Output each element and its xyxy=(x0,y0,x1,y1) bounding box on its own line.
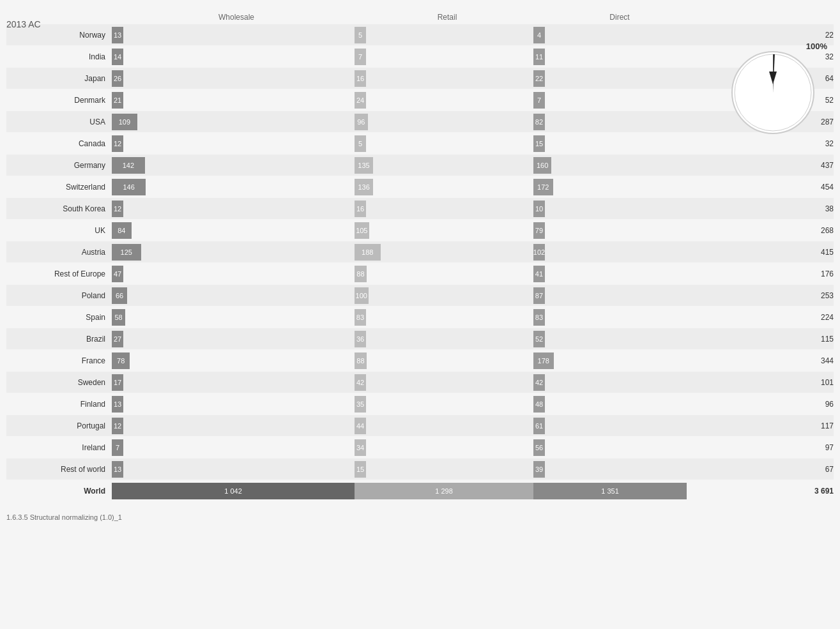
retail-bar: 35 xyxy=(355,396,366,413)
table-row: Canada 12 5 15 32 xyxy=(6,133,834,154)
retail-bar: 24 xyxy=(355,92,366,109)
bars-area: 17 42 42 xyxy=(112,372,798,393)
table-row: World 1 042 1 298 1 351 3 691 xyxy=(6,480,834,501)
bars-area: 12 16 10 xyxy=(112,198,798,219)
wholesale-bar: 21 xyxy=(112,92,123,109)
direct-bar: 11 xyxy=(533,49,545,65)
bars-area: 13 15 39 xyxy=(112,458,798,480)
bars-area: 109 96 82 xyxy=(112,111,798,132)
table-row: Sweden 17 42 42 101 xyxy=(6,372,834,393)
row-total: 268 xyxy=(798,226,834,235)
direct-bar: 7 xyxy=(533,92,545,109)
direct-bar: 15 xyxy=(533,135,545,152)
bars-area: 47 88 41 xyxy=(112,263,798,284)
direct-bar: 79 xyxy=(533,222,545,239)
row-total: 115 xyxy=(798,335,834,344)
retail-bar: 96 xyxy=(355,114,368,130)
bars-area: 142 135 160 xyxy=(112,155,798,176)
wholesale-bar: 17 xyxy=(112,374,123,391)
retail-bar: 15 xyxy=(355,461,366,478)
wholesale-bar: 27 xyxy=(112,331,123,347)
bars-area: 12 5 15 xyxy=(112,133,798,154)
table-row: Japan 26 16 22 64 xyxy=(6,68,834,89)
row-total: 415 xyxy=(798,248,834,257)
pie-chart: 100% xyxy=(731,38,827,134)
table-row: Spain 58 83 83 224 xyxy=(6,307,834,328)
row-label: Germany xyxy=(6,161,112,170)
row-label: Switzerland xyxy=(6,183,112,192)
row-label: Canada xyxy=(6,139,112,148)
retail-bar: 136 xyxy=(355,179,373,195)
table-row: Germany 142 135 160 437 xyxy=(6,155,834,176)
table-row: Finland 13 35 48 96 xyxy=(6,393,834,414)
direct-bar: 4 xyxy=(533,27,545,43)
retail-bar: 5 xyxy=(355,27,366,43)
table-row: Rest of Europe 47 88 41 176 xyxy=(6,263,834,284)
row-total: 96 xyxy=(798,400,834,409)
bars-area: 146 136 172 xyxy=(112,176,798,197)
bars-area: 27 36 52 xyxy=(112,328,798,349)
direct-bar: 48 xyxy=(533,396,545,413)
data-rows: Norway 13 5 4 22 India 14 7 xyxy=(6,24,834,501)
column-headers: Wholesale Retail Direct xyxy=(6,13,834,22)
bars-area: 21 24 7 xyxy=(112,89,798,110)
pie-label: 100% xyxy=(806,42,827,51)
row-label: Finland xyxy=(6,400,112,409)
table-row: Switzerland 146 136 172 454 xyxy=(6,176,834,197)
row-label: Brazil xyxy=(6,335,112,344)
wholesale-bar: 13 xyxy=(112,396,123,413)
retail-bar: 88 xyxy=(355,266,367,282)
row-label: Denmark xyxy=(6,96,112,105)
wholesale-bar: 12 xyxy=(112,135,123,152)
row-label: UK xyxy=(6,226,112,235)
table-row: Norway 13 5 4 22 xyxy=(6,24,834,45)
wholesale-bar: 66 xyxy=(112,287,127,304)
table-row: USA 109 96 82 287 xyxy=(6,111,834,132)
bars-area: 7 34 56 xyxy=(112,437,798,458)
retail-bar: 5 xyxy=(355,135,366,152)
direct-bar: 1 351 xyxy=(533,483,687,499)
table-row: South Korea 12 16 10 38 xyxy=(6,198,834,219)
bars-area: 78 88 178 xyxy=(112,350,798,371)
row-total: 38 xyxy=(798,204,834,213)
wholesale-bar: 12 xyxy=(112,418,123,434)
row-total: 454 xyxy=(798,183,834,192)
wholesale-bar: 13 xyxy=(112,27,123,43)
retail-bar: 44 xyxy=(355,418,366,434)
bars-area: 125 188 102 xyxy=(112,241,798,262)
wholesale-bar: 142 xyxy=(112,157,145,174)
row-label: India xyxy=(6,52,112,61)
retail-bar: 83 xyxy=(355,309,366,326)
row-label: Portugal xyxy=(6,421,112,430)
direct-bar: 61 xyxy=(533,418,545,434)
row-label: Ireland xyxy=(6,443,112,452)
row-total: 344 xyxy=(798,356,834,365)
bars-area: 66 100 87 xyxy=(112,285,798,306)
row-total: 3 691 xyxy=(798,487,834,496)
direct-bar: 42 xyxy=(533,374,545,391)
table-row: India 14 7 11 32 xyxy=(6,46,834,67)
row-label: Sweden xyxy=(6,378,112,387)
row-total: 97 xyxy=(798,443,834,452)
row-label: Spain xyxy=(6,313,112,322)
wholesale-bar: 78 xyxy=(112,352,130,369)
retail-bar: 188 xyxy=(355,244,381,261)
wholesale-bar: 26 xyxy=(112,70,123,87)
row-total: 117 xyxy=(798,421,834,430)
table-row: Poland 66 100 87 253 xyxy=(6,285,834,306)
wholesale-bar: 125 xyxy=(112,244,141,261)
chart-container: 2013 AC Wholesale Retail Direct Norway 1… xyxy=(0,0,840,527)
direct-bar: 160 xyxy=(533,157,551,174)
bars-area: 1 042 1 298 1 351 xyxy=(112,480,798,501)
direct-bar: 178 xyxy=(533,352,554,369)
retail-bar: 88 xyxy=(355,352,367,369)
wholesale-bar: 1 042 xyxy=(112,483,355,499)
wholesale-bar: 12 xyxy=(112,201,123,217)
direct-bar: 52 xyxy=(533,331,545,347)
pie-arrow xyxy=(769,72,777,84)
table-row: Denmark 21 24 7 52 xyxy=(6,89,834,110)
retail-bar: 16 xyxy=(355,201,366,217)
bars-area: 14 7 11 xyxy=(112,46,798,67)
direct-bar: 83 xyxy=(533,309,545,326)
wholesale-header: Wholesale xyxy=(115,13,358,22)
